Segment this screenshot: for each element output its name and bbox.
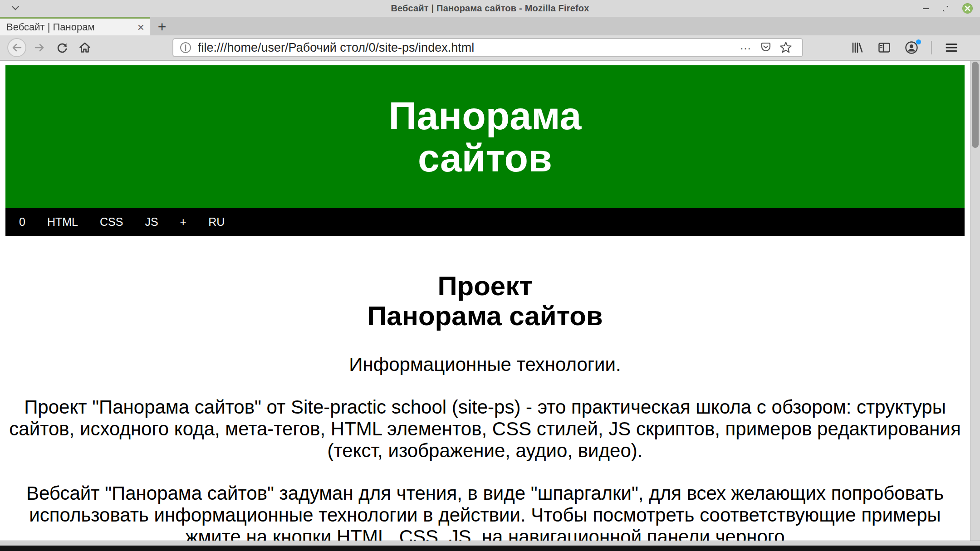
page-actions-button[interactable]: …	[736, 39, 756, 56]
sidebar-button[interactable]	[874, 38, 895, 58]
nav-item-plus[interactable]: +	[180, 215, 187, 229]
home-button[interactable]	[74, 38, 95, 58]
restore-button[interactable]	[941, 5, 950, 13]
sidebar-icon	[877, 41, 891, 54]
library-icon	[851, 41, 863, 54]
info-icon[interactable]	[180, 42, 191, 54]
account-button[interactable]	[901, 38, 922, 58]
chevron-down-icon	[11, 5, 20, 11]
toolbar-right-icons	[847, 38, 962, 58]
toolbar-separator	[931, 41, 932, 54]
nav-item-ru[interactable]: RU	[208, 215, 225, 229]
nav-item-js[interactable]: JS	[145, 215, 158, 229]
browser-window: Вебсайт | Панорама сайтов - Mozilla Fire…	[0, 0, 980, 551]
tab-active[interactable]: Вебсайт | Панорам ×	[0, 17, 150, 35]
bookmark-star-button[interactable]	[776, 39, 796, 56]
library-button[interactable]	[847, 38, 867, 58]
page-title-line1: Проект	[437, 271, 532, 301]
vertical-scrollbar[interactable]	[970, 61, 980, 551]
web-page: Панорама сайтов 0 HTML CSS JS + RU Проек…	[5, 65, 965, 548]
hero-title-line2: сайтов	[418, 137, 552, 179]
back-arrow-icon	[7, 38, 26, 57]
close-button[interactable]	[962, 3, 973, 14]
reload-icon	[56, 41, 69, 54]
minimize-icon	[923, 8, 929, 9]
site-navigation: 0 HTML CSS JS + RU	[5, 208, 965, 236]
forward-button[interactable]	[29, 38, 50, 58]
home-icon	[78, 41, 91, 54]
window-title: Вебсайт | Панорама сайтов - Mozilla Fire…	[391, 3, 589, 14]
page-content: Проект Панорама сайтов Информационные те…	[5, 271, 965, 548]
tab-bar: Вебсайт | Панорам × +	[0, 17, 980, 35]
tab-close-button[interactable]: ×	[137, 21, 145, 33]
pocket-button[interactable]	[756, 39, 776, 56]
new-tab-button[interactable]: +	[150, 17, 174, 35]
page-viewport: Панорама сайтов 0 HTML CSS JS + RU Проек…	[0, 61, 980, 551]
url-text: file:///home/user/Рабочий стол/0/site-ps…	[198, 41, 474, 55]
window-menu-button[interactable]	[11, 5, 20, 11]
intro-paragraph: Проект "Панорама сайтов" от Site-practic…	[5, 396, 965, 462]
star-icon	[779, 41, 793, 54]
account-badge	[916, 39, 921, 44]
description-paragraph: Вебсайт "Панорама сайтов" задуман для чт…	[5, 483, 965, 548]
window-controls	[923, 0, 973, 17]
navigation-toolbar: file:///home/user/Рабочий стол/0/site-ps…	[0, 35, 980, 61]
forward-arrow-icon	[34, 42, 45, 54]
scrollbar-thumb[interactable]	[972, 62, 979, 148]
titlebar: Вебсайт | Панорама сайтов - Mozilla Fire…	[0, 0, 980, 17]
restore-icon	[941, 5, 950, 13]
pocket-icon	[760, 41, 772, 54]
page-title: Проект Панорама сайтов	[5, 271, 965, 331]
menu-icon	[945, 42, 958, 53]
page-title-line2: Панорама сайтов	[367, 301, 603, 331]
nav-item-html[interactable]: HTML	[47, 215, 78, 229]
back-button[interactable]	[6, 38, 27, 58]
close-icon	[965, 5, 970, 11]
nav-item-0[interactable]: 0	[19, 215, 25, 229]
subtitle: Информационные технологии.	[5, 354, 965, 375]
url-bar[interactable]: file:///home/user/Рабочий стол/0/site-ps…	[172, 38, 803, 57]
tab-title: Вебсайт | Панорам	[6, 21, 137, 33]
hero-title-line1: Панорама	[389, 95, 582, 137]
taskbar-strip	[0, 546, 980, 551]
menu-button[interactable]	[941, 38, 962, 58]
nav-item-css[interactable]: CSS	[100, 215, 123, 229]
hero-banner: Панорама сайтов	[5, 65, 965, 208]
window-bottom-edge	[0, 541, 980, 546]
reload-button[interactable]	[52, 38, 73, 58]
minimize-button[interactable]	[923, 8, 929, 9]
